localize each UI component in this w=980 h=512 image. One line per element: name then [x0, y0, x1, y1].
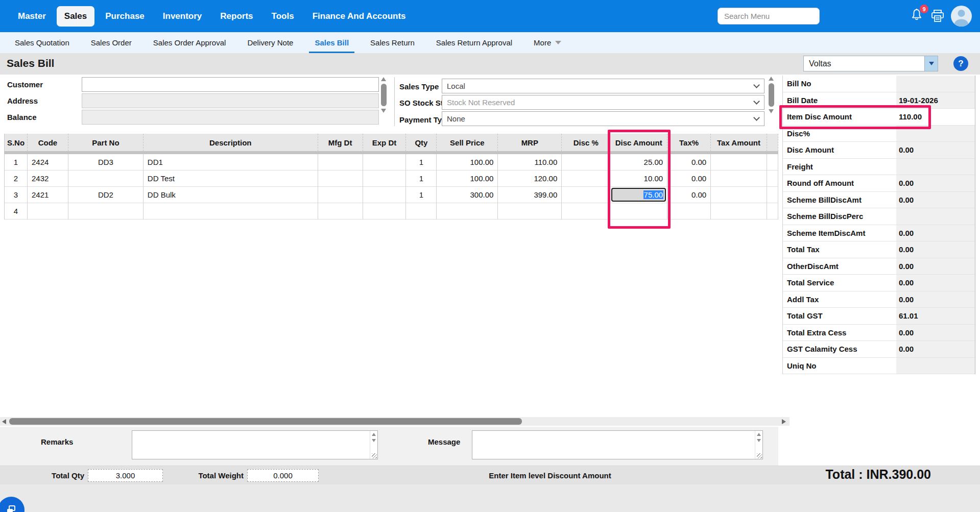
table-cell-sno[interactable]: 4 [5, 203, 28, 220]
table-cell-tax_amount[interactable] [711, 187, 767, 203]
tab-delivery-note[interactable]: Delivery Note [236, 32, 304, 53]
scroll-up-icon[interactable] [381, 77, 386, 81]
nav-item-purchase[interactable]: Purchase [98, 6, 152, 27]
table-cell-exp_dt[interactable] [363, 154, 407, 170]
print-button[interactable] [930, 9, 946, 23]
resize-handle-icon[interactable] [757, 453, 762, 458]
so-stock-status-select[interactable]: Stock Not Reserved [442, 95, 764, 110]
table-cell-sell_price[interactable]: 100.00 [437, 154, 498, 170]
customer-input[interactable] [82, 77, 379, 92]
table-cell-mfg_dt[interactable] [318, 154, 363, 170]
table-cell-exp_dt[interactable] [363, 203, 407, 220]
scroll-left-icon[interactable] [2, 419, 6, 424]
total-qty-value[interactable]: 3.000 [88, 469, 163, 482]
table-cell-code[interactable]: 2421 [28, 187, 68, 203]
tab-sales-return[interactable]: Sales Return [360, 32, 425, 53]
table-cell-sno[interactable]: 2 [5, 170, 28, 187]
table-cell-sno[interactable]: 3 [5, 187, 28, 203]
tab-sales-bill[interactable]: Sales Bill [304, 32, 360, 53]
company-selector[interactable]: Voltas [803, 56, 925, 71]
search-input[interactable] [718, 8, 820, 25]
nav-item-sales[interactable]: Sales [57, 6, 94, 27]
table-cell-disc_pct[interactable] [562, 170, 610, 187]
table-cell-part_no[interactable]: DD3 [68, 154, 144, 170]
table-cell-disc_amount[interactable] [610, 203, 667, 220]
form-left-scrollbar[interactable] [379, 77, 388, 126]
table-cell-disc_amount[interactable]: 10.00 [610, 170, 667, 187]
table-cell-code[interactable]: 2424 [28, 154, 68, 170]
scroll-up-icon[interactable] [769, 77, 774, 81]
table-cell-tax_pct[interactable]: 0.00 [667, 187, 711, 203]
scrollbar-thumb[interactable] [9, 418, 522, 425]
tab-sales-order[interactable]: Sales Order [80, 32, 142, 53]
table-cell-disc_pct[interactable] [562, 154, 610, 170]
table-cell-exp_dt[interactable] [363, 187, 407, 203]
table-cell-mrp[interactable]: 110.00 [498, 154, 562, 170]
table-cell-tax_pct[interactable]: 0.00 [667, 170, 711, 187]
table-cell-tax_pct[interactable]: 0.00 [667, 154, 711, 170]
table-cell-tax_pct[interactable] [667, 203, 711, 220]
nav-item-tools[interactable]: Tools [264, 6, 302, 27]
table-cell-disc_amount[interactable]: 25.00 [610, 154, 667, 170]
table-cell-description[interactable]: DD1 [144, 154, 318, 170]
table-cell-mfg_dt[interactable] [318, 187, 363, 203]
table-cell-description[interactable]: DD Test [144, 170, 318, 187]
message-textarea[interactable] [472, 430, 763, 459]
user-avatar[interactable] [951, 6, 972, 27]
resize-handle-icon[interactable] [372, 453, 377, 458]
table-cell-exp_dt[interactable] [363, 170, 407, 187]
table-cell-sno[interactable]: 1 [5, 154, 28, 170]
table-cell-part_no[interactable] [68, 170, 144, 187]
table-cell-qty[interactable]: 1 [406, 154, 437, 170]
table-cell-mrp[interactable]: 399.00 [498, 187, 562, 203]
scroll-up-icon[interactable] [757, 433, 761, 436]
remarks-textarea[interactable] [132, 430, 378, 459]
scroll-up-icon[interactable] [372, 433, 376, 436]
table-cell-mrp[interactable]: 120.00 [498, 170, 562, 187]
payment-type-select[interactable]: None [442, 111, 764, 126]
table-cell-description[interactable] [144, 203, 318, 220]
tab-sales-return-approval[interactable]: Sales Return Approval [425, 32, 523, 53]
scrollbar-thumb[interactable] [769, 83, 774, 107]
nav-item-finance-and-accounts[interactable]: Finance And Accounts [305, 6, 414, 27]
table-cell-mfg_dt[interactable] [318, 170, 363, 187]
form-right-scrollbar[interactable] [767, 77, 776, 127]
table-cell-part_no[interactable] [68, 203, 144, 220]
table-cell-disc_amount[interactable]: 75.00 [610, 187, 667, 203]
table-cell-disc_pct[interactable] [562, 187, 610, 203]
total-weight-value[interactable]: 0.000 [247, 469, 319, 482]
table-cell-qty[interactable]: 1 [406, 187, 437, 203]
table-cell-qty[interactable] [406, 203, 437, 220]
tab-sales-quotation[interactable]: Sales Quotation [4, 32, 80, 53]
table-horizontal-scrollbar[interactable] [0, 417, 790, 426]
table-cell-qty[interactable]: 1 [406, 170, 437, 187]
table-cell-description[interactable]: DD Bulk [144, 187, 318, 203]
scroll-down-icon[interactable] [757, 439, 761, 442]
nav-item-inventory[interactable]: Inventory [155, 6, 210, 27]
nav-item-reports[interactable]: Reports [212, 6, 260, 27]
table-cell-code[interactable]: 2432 [28, 170, 68, 187]
scroll-down-icon[interactable] [769, 109, 774, 113]
table-cell-disc_pct[interactable] [562, 203, 610, 220]
table-cell-sell_price[interactable] [437, 203, 498, 220]
table-cell-part_no[interactable]: DD2 [68, 187, 144, 203]
notifications-button[interactable]: 9 [910, 8, 924, 24]
disc-amount-edit-input[interactable]: 75.00 [611, 188, 666, 202]
scroll-right-icon[interactable] [782, 419, 786, 424]
table-cell-mrp[interactable] [498, 203, 562, 220]
nav-item-master[interactable]: Master [10, 6, 54, 27]
table-cell-code[interactable] [28, 203, 68, 220]
tab-sales-order-approval[interactable]: Sales Order Approval [142, 32, 237, 53]
table-cell-sell_price[interactable]: 300.00 [437, 187, 498, 203]
table-cell-tax_amount[interactable] [711, 170, 767, 187]
company-selector-arrow[interactable] [925, 56, 938, 71]
table-cell-sell_price[interactable]: 100.00 [437, 170, 498, 187]
table-cell-tax_amount[interactable] [711, 154, 767, 170]
scroll-down-icon[interactable] [381, 109, 386, 113]
help-button[interactable]: ? [953, 56, 968, 71]
table-cell-tax_amount[interactable] [711, 203, 767, 220]
table-cell-mfg_dt[interactable] [318, 203, 363, 220]
sales-type-select[interactable]: Local [442, 79, 764, 93]
scrollbar-thumb[interactable] [381, 84, 387, 106]
tab-more[interactable]: More [523, 32, 572, 53]
